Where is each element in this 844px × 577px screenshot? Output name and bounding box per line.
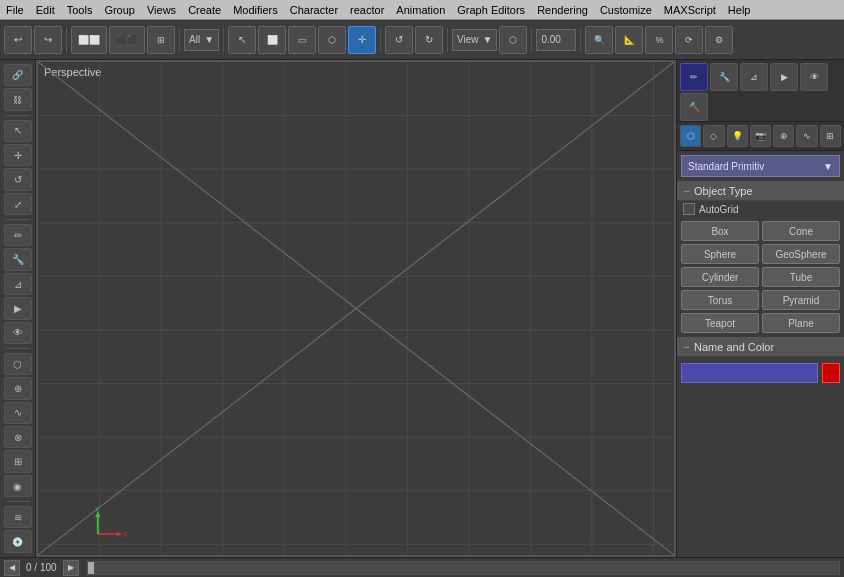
menu-item-animation[interactable]: Animation (390, 2, 451, 18)
redo-button[interactable]: ↪ (34, 26, 62, 54)
tool-scale[interactable]: ⤢ (4, 193, 32, 215)
sub-tab-helpers[interactable]: ⊕ (773, 125, 794, 147)
coord-input[interactable]: 0.00 (536, 29, 576, 51)
primitive-type-dropdown[interactable]: Standard Primitiv ▼ (681, 155, 840, 177)
object-type-label: Object Type (694, 185, 753, 197)
obj-btn-torus[interactable]: Torus (681, 290, 759, 310)
tool-display[interactable]: 👁 (4, 322, 32, 344)
spinner-button[interactable]: ⟳ (675, 26, 703, 54)
obj-btn-plane[interactable]: Plane (762, 313, 840, 333)
menu-item-create[interactable]: Create (182, 2, 227, 18)
obj-btn-box[interactable]: Box (681, 221, 759, 241)
menu-item-modifiers[interactable]: Modifiers (227, 2, 284, 18)
tab-create[interactable]: ✏ (680, 63, 708, 91)
tool-extra5[interactable]: ⊞ (4, 450, 32, 472)
menu-item-group[interactable]: Group (98, 2, 141, 18)
select-lasso-button[interactable]: ⬡ (318, 26, 346, 54)
menu-item-edit[interactable]: Edit (30, 2, 61, 18)
menu-item-customize[interactable]: Customize (594, 2, 658, 18)
tool-extra8[interactable]: 💿 (4, 530, 32, 552)
coord-value: 0.00 (541, 34, 560, 45)
sub-tab-spacewarps[interactable]: ∿ (796, 125, 817, 147)
move-tool-button[interactable]: ✛ (348, 26, 376, 54)
snap-tool-button[interactable]: 🔍 (585, 26, 613, 54)
select-tool-button[interactable]: ↖ (228, 26, 256, 54)
tool-extra7[interactable]: ≋ (4, 506, 32, 528)
tab-modify[interactable]: 🔧 (710, 63, 738, 91)
menu-item-reactor[interactable]: reactor (344, 2, 390, 18)
color-swatch[interactable] (822, 363, 840, 383)
redo2-button[interactable]: ↻ (415, 26, 443, 54)
menu-item-help[interactable]: Help (722, 2, 757, 18)
timeline-prev-button[interactable]: ◀ (4, 560, 20, 576)
obj-btn-cylinder[interactable]: Cylinder (681, 267, 759, 287)
obj-btn-geosphere[interactable]: GeoSphere (762, 244, 840, 264)
name-color-minus-icon: − (683, 340, 690, 354)
view-extra-button[interactable]: ⬡ (499, 26, 527, 54)
tool-hierarchy[interactable]: ⊿ (4, 273, 32, 295)
extra-tool-button[interactable]: ⚙ (705, 26, 733, 54)
timeline-track[interactable] (87, 561, 840, 575)
angle-snap-button[interactable]: 📐 (615, 26, 643, 54)
select-region-button[interactable]: ⬜ (258, 26, 286, 54)
obj-btn-cone[interactable]: Cone (762, 221, 840, 241)
tab-motion[interactable]: ▶ (770, 63, 798, 91)
menu-item-maxscript[interactable]: MAXScript (658, 2, 722, 18)
obj-btn-tube[interactable]: Tube (762, 267, 840, 287)
name-input-field[interactable] (681, 363, 818, 383)
sep4 (380, 28, 381, 52)
tab-display[interactable]: 👁 (800, 63, 828, 91)
select-rect-button[interactable]: ▭ (288, 26, 316, 54)
sub-tab-geometry[interactable]: ⬡ (680, 125, 701, 147)
tool-extra3[interactable]: ∿ (4, 402, 32, 424)
menu-item-graph editors[interactable]: Graph Editors (451, 2, 531, 18)
sub-tab-shapes[interactable]: ◇ (703, 125, 724, 147)
tool-extra4[interactable]: ⊗ (4, 426, 32, 448)
menu-item-character[interactable]: Character (284, 2, 344, 18)
sub-tab-systems[interactable]: ⊞ (820, 125, 841, 147)
menu-item-file[interactable]: File (0, 2, 30, 18)
tool-rotate[interactable]: ↺ (4, 168, 32, 190)
sub-tab-lights[interactable]: 💡 (727, 125, 748, 147)
autogrid-checkbox[interactable] (683, 203, 695, 215)
percent-snap-button[interactable]: % (645, 26, 673, 54)
undo-button[interactable]: ↩ (4, 26, 32, 54)
primitive-type-label: Standard Primitiv (688, 161, 764, 172)
filter-dropdown[interactable]: All ▼ (184, 29, 219, 51)
tool-create[interactable]: ✏ (4, 224, 32, 246)
mirror-button[interactable]: ⬛⬛ (109, 26, 145, 54)
obj-btn-teapot[interactable]: Teapot (681, 313, 759, 333)
tab-hierarchy[interactable]: ⊿ (740, 63, 768, 91)
array-button[interactable]: ⊞ (147, 26, 175, 54)
timeline-nav: ◀ 0 / 100 ▶ (0, 560, 83, 576)
tool-link[interactable]: 🔗 (4, 64, 32, 86)
tool-move[interactable]: ✛ (4, 144, 32, 166)
tool-select[interactable]: ↖ (4, 120, 32, 142)
undo2-button[interactable]: ↺ (385, 26, 413, 54)
viewport[interactable]: Perspective (36, 60, 676, 557)
tab-utilities[interactable]: 🔨 (680, 93, 708, 121)
tool-extra6[interactable]: ◉ (4, 475, 32, 497)
menu-item-rendering[interactable]: Rendering (531, 2, 594, 18)
right-panel: ✏ 🔧 ⊿ ▶ 👁 🔨 ⬡ ◇ 💡 📷 ⊕ ∿ ⊞ Standard Primi… (676, 60, 844, 557)
tool-unlink[interactable]: ⛓ (4, 88, 32, 110)
timeline-thumb[interactable] (88, 562, 94, 574)
tool-motion[interactable]: ▶ (4, 297, 32, 319)
main-layout: 🔗 ⛓ ↖ ✛ ↺ ⤢ ✏ 🔧 ⊿ ▶ 👁 ⬡ ⊕ ∿ ⊗ ⊞ ◉ ≋ 💿 Pe… (0, 60, 844, 557)
menu-item-tools[interactable]: Tools (61, 2, 99, 18)
view-dropdown[interactable]: View ▼ (452, 29, 497, 51)
tool-extra2[interactable]: ⊕ (4, 377, 32, 399)
menu-item-views[interactable]: Views (141, 2, 182, 18)
right-panel-tabs: ✏ 🔧 ⊿ ▶ 👁 🔨 (677, 60, 844, 122)
sub-tab-cameras[interactable]: 📷 (750, 125, 771, 147)
obj-btn-sphere[interactable]: Sphere (681, 244, 759, 264)
select-by-button[interactable]: ⬜⬜ (71, 26, 107, 54)
tool-sep1 (6, 115, 30, 116)
tool-extra1[interactable]: ⬡ (4, 353, 32, 375)
tool-modify[interactable]: 🔧 (4, 248, 32, 270)
name-color-rollout-header[interactable]: − Name and Color (677, 337, 844, 357)
timeline-next-button[interactable]: ▶ (63, 560, 79, 576)
view-arrow-icon: ▼ (483, 34, 493, 45)
obj-btn-pyramid[interactable]: Pyramid (762, 290, 840, 310)
object-type-rollout-header[interactable]: − Object Type (677, 181, 844, 201)
